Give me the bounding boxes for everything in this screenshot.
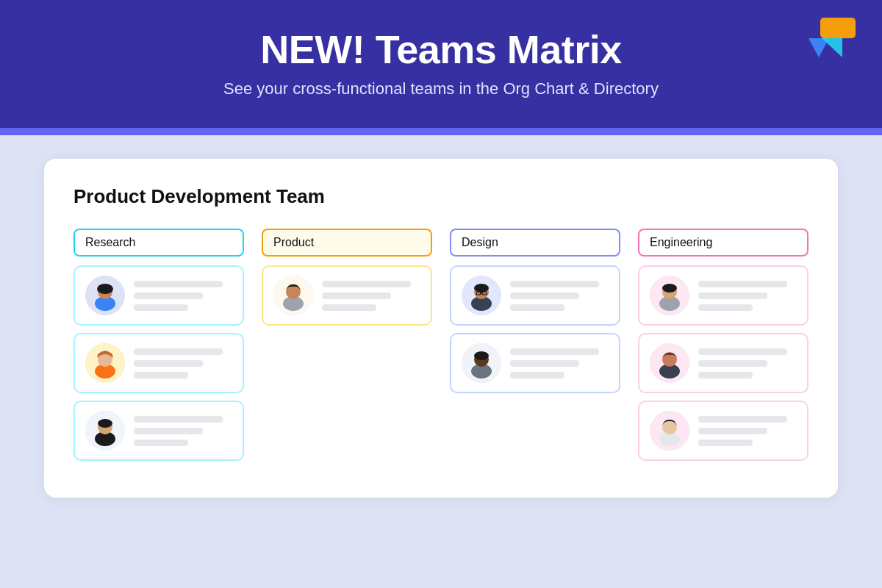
line [698,293,767,299]
card-title: Product Development Team [74,185,808,208]
line [134,416,223,423]
line [134,360,203,367]
header: NEW! Teams Matrix See your cross-functio… [0,0,882,128]
line [698,304,753,311]
member-lines [322,281,420,311]
line [510,293,579,299]
member-lines [134,281,232,311]
avatar [650,343,689,383]
avatar [462,343,501,383]
line [698,360,767,367]
member-card[interactable] [450,333,620,393]
line [134,428,203,434]
avatar [85,276,125,315]
line [698,428,767,434]
svg-point-13 [98,419,112,428]
member-card[interactable] [74,265,244,326]
team-column-product: Product [262,229,432,333]
line [510,304,564,311]
member-lines [134,416,232,446]
member-lines [510,348,609,379]
member-card[interactable] [638,265,808,326]
avatar [273,276,313,315]
svg-point-20 [474,284,489,293]
page-title: NEW! Teams Matrix [29,26,853,72]
line [134,440,188,446]
member-lines [698,416,797,446]
avatar [650,411,689,451]
line [698,372,753,379]
content-area: Product Development Team Research [0,135,882,521]
line [698,281,787,287]
avatar [85,411,125,451]
header-accent [0,128,882,135]
svg-rect-0 [820,18,856,38]
line [698,440,753,446]
member-card[interactable] [638,333,808,393]
line [134,348,223,355]
avatar [85,343,125,383]
team-column-engineering: Engineering [638,229,808,468]
line [322,293,391,299]
svg-point-31 [662,284,677,293]
svg-point-27 [474,351,489,360]
member-lines [698,348,797,379]
member-card[interactable] [74,333,244,393]
line [698,416,787,423]
avatar [462,276,501,315]
line [134,304,188,311]
line [510,348,599,355]
line [322,304,376,311]
member-lines [698,281,797,311]
member-lines [134,348,232,379]
avatar [650,276,689,315]
svg-point-6 [97,284,113,294]
line [134,372,188,379]
team-column-design: Design [450,229,620,401]
member-card[interactable] [450,265,620,326]
line [510,372,564,379]
team-label-engineering: Engineering [638,229,808,257]
logo [808,18,856,57]
line [322,281,411,287]
team-label-design: Design [450,229,620,257]
team-label-product: Product [262,229,432,257]
line [510,281,599,287]
member-card[interactable] [74,401,244,461]
member-card[interactable] [638,401,808,461]
teams-card: Product Development Team Research [44,159,838,498]
line [134,281,223,287]
member-lines [510,281,609,311]
line [698,348,787,355]
team-column-research: Research [74,229,244,468]
page-subtitle: See your cross-functional teams in the O… [29,79,853,98]
team-label-research: Research [74,229,244,257]
line [134,293,203,299]
line [510,360,579,367]
teams-grid: Research [74,229,808,468]
member-card[interactable] [262,265,432,326]
